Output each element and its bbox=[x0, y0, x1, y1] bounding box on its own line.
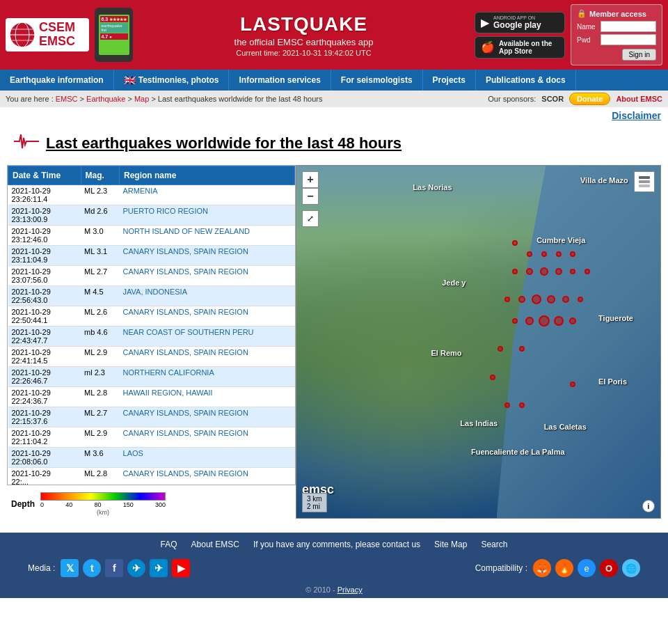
breadcrumb-map[interactable]: Map bbox=[134, 95, 149, 103]
earthquake-marker[interactable] bbox=[526, 268, 533, 275]
datetime-cell: 2021-10-2922:... bbox=[8, 468, 81, 486]
earthquake-marker[interactable] bbox=[570, 269, 575, 274]
earthquake-marker[interactable] bbox=[570, 251, 575, 257]
disclaimer-link[interactable]: Disclaimer bbox=[612, 110, 661, 121]
datetime-cell: 2021-10-2922:24:36.7 bbox=[8, 387, 81, 407]
earthquake-marker[interactable] bbox=[578, 297, 583, 302]
map-info-button[interactable]: i bbox=[642, 500, 655, 512]
table-row[interactable]: 2021-10-2923:13:00.9Md 2.6PUERTO RICO RE… bbox=[8, 205, 295, 226]
google-play-button[interactable]: ▶ ANDROID APP ON Google play bbox=[475, 12, 565, 33]
footer-about-link[interactable]: About EMSC bbox=[191, 540, 239, 549]
earthquake-marker[interactable] bbox=[532, 294, 541, 304]
telegram-icon[interactable]: ✈ bbox=[127, 559, 145, 577]
pwd-input[interactable] bbox=[601, 34, 656, 45]
footer-sitemap-link[interactable]: Site Map bbox=[434, 540, 467, 549]
breadcrumb-earthquake[interactable]: Earthquake bbox=[86, 95, 125, 103]
table-row[interactable]: 2021-10-2922:26:46.7ml 2.3NORTHERN CALIF… bbox=[8, 367, 295, 387]
datetime-cell: 2021-10-2923:13:00.9 bbox=[8, 205, 81, 226]
nav-projects[interactable]: Projects bbox=[423, 70, 476, 91]
table-row[interactable]: 2021-10-2923:12:46.0M 3.0NORTH ISLAND OF… bbox=[8, 226, 295, 246]
nav-seismologists[interactable]: For seismologists bbox=[331, 70, 423, 91]
footer-faq-link[interactable]: FAQ bbox=[161, 540, 177, 549]
name-input[interactable] bbox=[601, 21, 656, 32]
phone-mockup: 6.3★★★★★ earthquake list 4.7● bbox=[95, 8, 133, 62]
main-nav: Earthquake information 🇬🇧 Testimonies, p… bbox=[0, 70, 668, 91]
earthquake-marker[interactable] bbox=[547, 295, 555, 304]
table-row[interactable]: 2021-10-2922:50:44.1ML 2.6CANARY ISLANDS… bbox=[8, 306, 295, 327]
twitter2-icon[interactable]: t bbox=[83, 559, 101, 577]
twitter-icon[interactable]: 𝕏 bbox=[61, 559, 79, 577]
magnitude-cell: ML 2.8 bbox=[81, 468, 120, 486]
earthquake-marker[interactable] bbox=[541, 251, 547, 257]
earthquake-marker[interactable] bbox=[540, 267, 548, 276]
earthquake-marker[interactable] bbox=[527, 251, 532, 257]
facebook-icon[interactable]: f bbox=[105, 559, 123, 577]
nav-testimonies[interactable]: 🇬🇧 Testimonies, photos bbox=[114, 70, 230, 91]
earthquake-marker[interactable] bbox=[512, 240, 518, 246]
table-row[interactable]: 2021-10-2922:41:14.5ML 2.9CANARY ISLANDS… bbox=[8, 347, 295, 367]
table-row[interactable]: 2021-10-2922:24:36.7ML 2.8HAWAII REGION,… bbox=[8, 387, 295, 407]
earthquake-marker[interactable] bbox=[556, 251, 562, 257]
table-row[interactable]: 2021-10-2923:07:56.0ML 2.7CANARY ISLANDS… bbox=[8, 266, 295, 286]
table-row[interactable]: 2021-10-2922:43:47.7mb 4.6NEAR COAST OF … bbox=[8, 327, 295, 347]
earthquake-marker[interactable] bbox=[518, 296, 525, 303]
zoom-out-button[interactable]: − bbox=[302, 188, 319, 205]
table-row[interactable]: 2021-10-2922:15:37.6ML 2.7CANARY ISLANDS… bbox=[8, 407, 295, 427]
earthquake-marker[interactable] bbox=[569, 317, 576, 324]
scale-mi: 2 mi bbox=[307, 503, 322, 510]
nav-publications[interactable]: Publications & docs bbox=[476, 70, 576, 91]
scor-link[interactable]: SCOR bbox=[541, 95, 564, 103]
telegram2-icon[interactable]: ✈ bbox=[150, 559, 168, 577]
earthquake-marker[interactable] bbox=[562, 296, 569, 303]
logo-area: CSEM EMSC bbox=[6, 18, 89, 52]
region-cell: JAVA, INDONESIA bbox=[120, 286, 295, 306]
earthquake-marker[interactable] bbox=[512, 318, 518, 324]
earthquake-marker[interactable] bbox=[525, 317, 534, 325]
magnitude-cell: ML 3.1 bbox=[81, 246, 120, 266]
datetime-cell: 2021-10-2922:08:06.0 bbox=[8, 448, 81, 468]
earthquake-marker[interactable] bbox=[512, 269, 518, 274]
table-row[interactable]: 2021-10-2923:26:11.4ML 2.3ARMENIA bbox=[8, 185, 295, 205]
donate-button[interactable]: Donate bbox=[569, 93, 610, 105]
earthquake-marker[interactable] bbox=[498, 346, 503, 352]
nav-earthquake-info[interactable]: Earthquake information bbox=[0, 70, 114, 91]
table-row[interactable]: 2021-10-2923:11:04.9ML 3.1CANARY ISLANDS… bbox=[8, 246, 295, 266]
map-place-label: Las Caletas bbox=[544, 423, 587, 431]
table-row[interactable]: 2021-10-2922:11:04.2ML 2.9CANARY ISLANDS… bbox=[8, 427, 295, 448]
region-cell: CANARY ISLANDS, SPAIN REGION bbox=[120, 306, 295, 327]
earthquake-marker[interactable] bbox=[554, 316, 564, 326]
table-row[interactable]: 2021-10-2922:...ML 2.8CANARY ISLANDS, SP… bbox=[8, 468, 295, 486]
earthquake-marker[interactable] bbox=[584, 269, 590, 274]
magnitude-cell: ML 2.8 bbox=[81, 387, 120, 407]
earthquake-marker[interactable] bbox=[570, 382, 575, 387]
earthquake-marker[interactable] bbox=[519, 346, 525, 352]
earthquake-marker[interactable] bbox=[504, 402, 510, 408]
name-field-row: Name bbox=[577, 21, 656, 32]
youtube-icon[interactable]: ▶ bbox=[172, 559, 190, 577]
earthquake-marker[interactable] bbox=[555, 268, 562, 275]
privacy-link[interactable]: Privacy bbox=[337, 586, 363, 594]
table-row[interactable]: 2021-10-2922:08:06.0M 3.6LAOS bbox=[8, 448, 295, 468]
table-row[interactable]: 2021-10-2922:56:43.0M 4.5JAVA, INDONESIA bbox=[8, 286, 295, 306]
signin-button[interactable]: Sign in bbox=[622, 49, 656, 61]
depth-label: Depth bbox=[11, 499, 35, 509]
map-scale: 3 km 2 mi bbox=[302, 493, 327, 512]
magnitude-cell: mb 4.6 bbox=[81, 327, 120, 347]
sponsors-area: Our sponsors: SCOR Donate About EMSC bbox=[488, 93, 662, 105]
map-section[interactable]: + − ⤢ Las NoriasVilla de MazoCumbre Viej… bbox=[296, 165, 661, 519]
footer: FAQ About EMSC If you have any comments,… bbox=[0, 533, 668, 598]
region-cell: HAWAII REGION, HAWAII bbox=[120, 387, 295, 407]
about-emsc-link[interactable]: About EMSC bbox=[616, 95, 662, 103]
earthquake-marker[interactable] bbox=[539, 315, 550, 327]
earthquake-marker[interactable] bbox=[504, 297, 510, 302]
zoom-in-button[interactable]: + bbox=[302, 171, 319, 188]
earthquake-marker[interactable] bbox=[519, 402, 525, 408]
breadcrumb-emsc[interactable]: EMSC bbox=[56, 95, 78, 103]
earthquake-marker[interactable] bbox=[490, 375, 495, 380]
table-scroll[interactable]: Date & Time Mag. Region name 2021-10-292… bbox=[7, 165, 296, 485]
fullscreen-button[interactable]: ⤢ bbox=[302, 210, 319, 227]
footer-search-link[interactable]: Search bbox=[481, 540, 507, 549]
app-store-button[interactable]: 🍎 Available on the App Store bbox=[475, 36, 565, 58]
nav-info-services[interactable]: Information services bbox=[229, 70, 331, 91]
map-layers-button[interactable] bbox=[634, 171, 655, 192]
